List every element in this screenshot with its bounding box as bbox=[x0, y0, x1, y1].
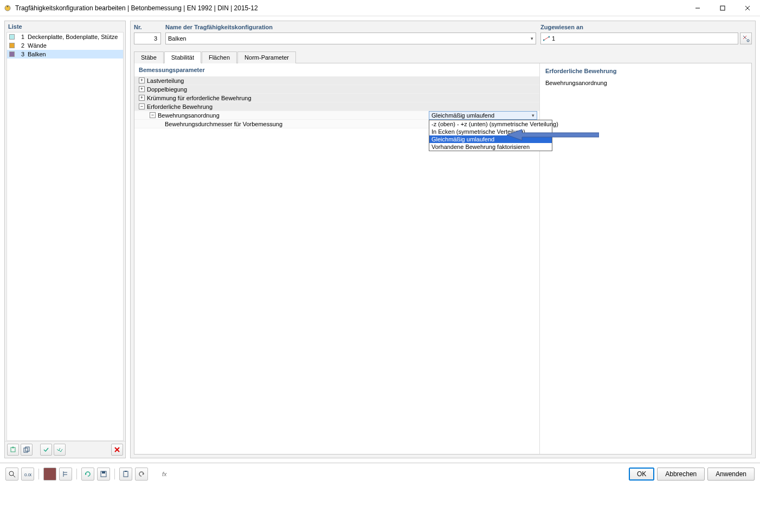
svg-rect-30 bbox=[125, 471, 127, 472]
annotation-arrow bbox=[507, 128, 599, 141]
nr-label: Nr. bbox=[134, 24, 161, 30]
list-item-num: 3 bbox=[18, 51, 24, 57]
minimize-button[interactable] bbox=[685, 0, 710, 16]
list-item[interactable]: 3 Balken bbox=[7, 50, 123, 59]
apply-button[interactable]: Anwenden bbox=[707, 468, 755, 481]
check-button[interactable] bbox=[40, 444, 52, 456]
tree-row[interactable]: + Krümmung für erforderliche Bewehrung bbox=[134, 94, 539, 102]
maximize-button[interactable] bbox=[710, 0, 735, 16]
window-title: Tragfähigkeitskonfiguration bearbeiten |… bbox=[15, 4, 685, 12]
app-icon bbox=[3, 4, 12, 12]
info-text: Bewehrungsanordnung bbox=[545, 80, 746, 86]
list-toolbar bbox=[5, 441, 125, 458]
tree-label: Krümmung für erforderliche Bewehrung bbox=[147, 95, 252, 101]
svg-point-18 bbox=[747, 40, 749, 42]
function-icon-button[interactable]: fx bbox=[160, 468, 173, 481]
check-all-button[interactable] bbox=[54, 444, 66, 456]
params-tree: Bemessungsparameter + Lastverteilung + D… bbox=[134, 63, 540, 454]
list-item[interactable]: 1 Deckenplatte, Bodenplatte, Stütze bbox=[7, 33, 123, 41]
save-icon-button[interactable] bbox=[97, 468, 110, 481]
tree-row[interactable]: − Erforderliche Bewehrung bbox=[134, 102, 539, 111]
list-item-label: Deckenplatte, Bodenplatte, Stütze bbox=[28, 34, 118, 40]
svg-rect-3 bbox=[720, 6, 725, 10]
svg-rect-29 bbox=[124, 471, 128, 477]
tree-label: Bewehrungsdurchmesser für Vorbemessung bbox=[165, 121, 282, 127]
expand-icon[interactable]: + bbox=[139, 95, 145, 101]
tree-icon-button[interactable] bbox=[59, 468, 72, 481]
assigned-input[interactable]: 1 bbox=[540, 33, 738, 44]
chevron-down-icon: ▾ bbox=[532, 113, 534, 118]
list-header: Liste bbox=[5, 21, 125, 32]
svg-text:0.00: 0.00 bbox=[24, 472, 31, 477]
expand-icon[interactable]: + bbox=[139, 86, 145, 92]
tree-row[interactable]: + Doppelbiegung bbox=[134, 85, 539, 94]
tab-flaechen[interactable]: Flächen bbox=[202, 51, 237, 63]
collapse-icon[interactable]: − bbox=[150, 112, 156, 118]
tree-label: Lastverteilung bbox=[147, 77, 184, 84]
color-button[interactable] bbox=[43, 468, 56, 481]
ok-button[interactable]: OK bbox=[629, 468, 654, 481]
tree-label: Doppelbiegung bbox=[147, 86, 187, 93]
bottom-toolbar: 0.00 fx OK Abbrechen Anwenden bbox=[0, 463, 760, 484]
clipboard-icon-button[interactable] bbox=[119, 468, 132, 481]
tabs: Stäbe Stabilität Flächen Norm-Parameter bbox=[131, 44, 755, 63]
dropdown-select[interactable]: Gleichmäßig umlaufend ▾ bbox=[429, 111, 537, 120]
titlebar: Tragfähigkeitskonfiguration bearbeiten |… bbox=[0, 0, 760, 16]
color-swatch bbox=[9, 51, 15, 57]
undo-icon-button[interactable] bbox=[135, 468, 148, 481]
tree-row[interactable]: + Lastverteilung bbox=[134, 76, 539, 85]
config-list: 1 Deckenplatte, Bodenplatte, Stütze 2 Wä… bbox=[7, 32, 124, 441]
member-icon bbox=[543, 36, 550, 41]
assigned-value: 1 bbox=[552, 35, 555, 42]
info-title: Erforderliche Bewehrung bbox=[545, 68, 746, 74]
tab-norm-parameter[interactable]: Norm-Parameter bbox=[237, 51, 296, 63]
main-panel: Nr. Name der Tragfähigkeitskonfiguration… bbox=[130, 21, 756, 458]
assigned-label: Zugewiesen an bbox=[540, 24, 752, 30]
tab-staebe[interactable]: Stäbe bbox=[134, 51, 164, 63]
tree-row[interactable]: − Bewehrungsanordnung Gleichmäßig umlauf… bbox=[134, 111, 539, 120]
svg-line-13 bbox=[544, 37, 549, 40]
chevron-down-icon: ▾ bbox=[531, 36, 533, 41]
delete-button[interactable] bbox=[111, 444, 123, 456]
svg-point-20 bbox=[9, 471, 14, 476]
svg-point-1 bbox=[7, 5, 8, 7]
list-panel: Liste 1 Deckenplatte, Bodenplatte, Stütz… bbox=[4, 21, 126, 458]
nr-input[interactable] bbox=[134, 33, 161, 44]
list-item-num: 2 bbox=[18, 42, 24, 49]
color-swatch bbox=[9, 43, 15, 48]
svg-rect-28 bbox=[102, 471, 105, 473]
name-label: Name der Tragfähigkeitskonfiguration bbox=[165, 24, 536, 30]
list-item-label: Balken bbox=[28, 51, 46, 57]
svg-marker-19 bbox=[507, 129, 599, 140]
dropdown-option[interactable]: -z (oben) - +z (unten) (symmetrische Ver… bbox=[429, 120, 552, 128]
list-item-num: 1 bbox=[18, 34, 24, 40]
svg-text:fx: fx bbox=[162, 471, 167, 477]
units-button[interactable]: 0.00 bbox=[21, 468, 34, 481]
new-button[interactable] bbox=[7, 444, 19, 456]
tab-stabilitaet[interactable]: Stabilität bbox=[164, 51, 201, 63]
dropdown-option[interactable]: Vorhandene Bewehrung faktorisieren bbox=[429, 143, 552, 151]
close-button[interactable] bbox=[735, 0, 760, 16]
svg-line-21 bbox=[13, 475, 15, 477]
color-swatch bbox=[9, 34, 15, 40]
dropdown-value: Gleichmäßig umlaufend bbox=[431, 112, 494, 119]
collapse-icon[interactable]: − bbox=[139, 103, 145, 109]
info-panel: Erforderliche Bewehrung Bewehrungsanordn… bbox=[540, 63, 751, 454]
refresh-icon-button[interactable] bbox=[81, 468, 94, 481]
cancel-button[interactable]: Abbrechen bbox=[657, 468, 705, 481]
list-item[interactable]: 2 Wände bbox=[7, 41, 123, 50]
expand-icon[interactable]: + bbox=[139, 77, 145, 83]
name-value: Balken bbox=[168, 35, 186, 42]
list-item-label: Wände bbox=[28, 42, 47, 49]
name-select[interactable]: Balken ▾ bbox=[165, 33, 536, 44]
tree-label: Erforderliche Bewehrung bbox=[147, 103, 212, 110]
tree-label: Bewehrungsanordnung bbox=[158, 112, 220, 119]
copy-button[interactable] bbox=[21, 444, 33, 456]
pick-button[interactable] bbox=[740, 33, 752, 44]
params-header: Bemessungsparameter bbox=[134, 63, 539, 76]
search-icon-button[interactable] bbox=[5, 468, 18, 481]
